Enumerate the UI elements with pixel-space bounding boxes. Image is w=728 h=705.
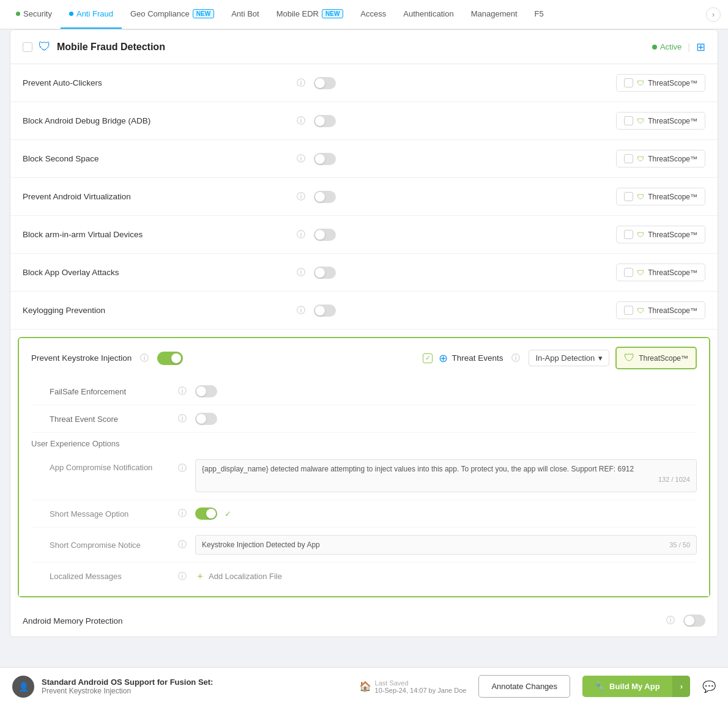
info-icon-app-compromise[interactable]: ⓘ	[178, 459, 187, 474]
keystroke-expanded-section: Prevent Keystroke Injection ⓘ ✓ ⊕ Threat…	[18, 337, 710, 597]
feature-name-android-virt: Prevent Android Virtualization	[23, 192, 291, 201]
threatscope-btn-second-space[interactable]: 🛡 ThreatScope™	[616, 150, 705, 168]
panel-header-right: Active | ⊞	[652, 40, 705, 54]
annotate-changes-button[interactable]: Annotate Changes	[478, 675, 570, 686]
detection-dropdown[interactable]: In-App Detection ▾	[529, 350, 609, 366]
threatscope-btn-arm-in-arm[interactable]: 🛡 ThreatScope™	[616, 226, 705, 243]
nav-tab-geocompliance[interactable]: Geo Compliance NEW	[122, 0, 223, 29]
toggle-app-overlay[interactable]	[314, 267, 336, 279]
info-icon-arm-in-arm[interactable]: ⓘ	[297, 229, 305, 240]
ts-checkbox-adb[interactable]	[624, 116, 633, 125]
ts-label-7: ThreatScope™	[648, 306, 697, 315]
nav-tab-security[interactable]: Security	[7, 0, 61, 29]
nav-tab-antifraud[interactable]: Anti Fraud	[61, 0, 122, 29]
nav-tab-access[interactable]: Access	[352, 0, 395, 29]
toggle-android-memory[interactable]	[683, 615, 705, 627]
info-icon-failsafe[interactable]: ⓘ	[178, 386, 187, 397]
feature-row-app-overlay: Block App Overlay Attacks ⓘ 🛡 ThreatScop…	[10, 254, 718, 292]
nav-tab-mobileedr-label: Mobile EDR	[277, 9, 319, 18]
ts-checkbox-arm-in-arm[interactable]	[624, 230, 633, 239]
threatscope-btn-android-virt[interactable]: 🛡 ThreatScope™	[616, 188, 705, 205]
short-compromise-input[interactable]: Keystroke Injection Detected by App 35 /…	[195, 535, 697, 555]
app-compromise-textbox[interactable]: {app_display_name} detected malware atte…	[195, 459, 697, 492]
chat-icon[interactable]: 💬	[702, 680, 716, 687]
add-localization-button[interactable]: ＋ Add Localization File	[195, 570, 282, 583]
toggle-second-space[interactable]	[314, 153, 336, 165]
info-icon-short-compromise[interactable]: ⓘ	[178, 539, 187, 550]
ts-label-6: ThreatScope™	[648, 268, 697, 277]
keystroke-header: Prevent Keystroke Injection ⓘ ✓ ⊕ Threat…	[19, 338, 709, 378]
keystroke-section-wrapper: Prevent Keystroke Injection ⓘ ✓ ⊕ Threat…	[10, 330, 718, 605]
nav-scroll-right[interactable]: ›	[706, 7, 721, 22]
build-btn-arrow[interactable]: ›	[672, 676, 690, 686]
panel-checkbox[interactable]	[23, 42, 32, 52]
nav-tab-mobileedr[interactable]: Mobile EDR NEW	[268, 0, 352, 29]
chevron-down-icon: ▾	[598, 353, 603, 363]
android-memory-label: Android Memory Protection	[23, 616, 660, 626]
active-badge: Active	[652, 42, 682, 51]
info-icon-adb[interactable]: ⓘ	[297, 116, 305, 127]
threatscope-btn-keystroke[interactable]: 🛡 ThreatScope™	[615, 347, 697, 369]
active-dot	[652, 45, 657, 50]
info-icon-localized[interactable]: ⓘ	[178, 571, 187, 582]
ts-label-5: ThreatScope™	[648, 231, 697, 239]
main-panel: 🛡 Mobile Fraud Detection Active | ⊞ Prev…	[10, 29, 718, 637]
toggle-keystroke[interactable]	[157, 352, 183, 365]
info-icon-threat-events[interactable]: ⓘ	[511, 353, 520, 364]
ts-checkbox-keylogging[interactable]	[624, 306, 633, 315]
info-icon-second-space[interactable]: ⓘ	[297, 153, 305, 164]
info-icon-android-virt[interactable]: ⓘ	[297, 191, 305, 202]
ts-checkbox-second-space[interactable]	[624, 154, 633, 163]
short-message-check: ✓	[225, 509, 231, 519]
bottom-title: Standard Android OS Support for Fusion S…	[42, 677, 213, 686]
toggle-android-virt[interactable]	[314, 191, 336, 203]
info-icon-auto-clickers[interactable]: ⓘ	[297, 78, 305, 89]
toggle-auto-clickers[interactable]	[314, 77, 336, 89]
build-btn-main[interactable]: 🔧 Build My App	[582, 676, 672, 686]
toggle-adb[interactable]	[314, 115, 336, 127]
ts-checkbox-app-overlay[interactable]	[624, 268, 633, 277]
avatar-icon: 👤	[18, 682, 29, 687]
last-saved-label: Last Saved	[375, 679, 467, 687]
ts-checkbox-auto-clickers[interactable]	[624, 78, 633, 87]
toggle-threat-score[interactable]	[195, 413, 217, 425]
add-config-button[interactable]: ⊞	[696, 40, 705, 54]
build-my-app-button[interactable]: 🔧 Build My App ›	[582, 676, 690, 686]
nav-tab-management[interactable]: Management	[462, 0, 526, 29]
info-icon-keystroke[interactable]: ⓘ	[140, 353, 149, 364]
info-icon-threat-score[interactable]: ⓘ	[178, 413, 187, 424]
feature-row-prevent-auto-clickers: Prevent Auto-Clickers ⓘ 🛡 ThreatScope™	[10, 64, 718, 102]
app-compromise-label: App Compromise Notification	[50, 459, 172, 472]
threatscope-btn-app-overlay[interactable]: 🛡 ThreatScope™	[616, 264, 705, 281]
info-icon-android-memory[interactable]: ⓘ	[666, 615, 675, 626]
nav-tab-authentication-label: Authentication	[403, 9, 453, 18]
bottom-bar-center: 🏠 Last Saved 10-Sep-24, 14:07 by Jane Do…	[359, 679, 467, 687]
info-icon-keylogging[interactable]: ⓘ	[297, 305, 305, 316]
threatscope-btn-keylogging[interactable]: 🛡 ThreatScope™	[616, 301, 705, 319]
nav-tab-management-label: Management	[471, 9, 518, 18]
toggle-arm-in-arm[interactable]	[314, 229, 336, 241]
info-icon-short-message[interactable]: ⓘ	[178, 508, 187, 519]
nav-tab-geocompliance-label: Geo Compliance	[130, 9, 190, 18]
panel-header-left: 🛡 Mobile Fraud Detection	[23, 40, 165, 54]
plus-icon: ＋	[195, 570, 205, 583]
toggle-keylogging[interactable]	[314, 305, 336, 317]
nav-tab-f5[interactable]: F5	[526, 0, 552, 29]
threat-events-checkbox[interactable]: ✓	[423, 353, 433, 363]
nav-tab-authentication[interactable]: Authentication	[395, 0, 462, 29]
save-icon: 🏠	[359, 681, 371, 686]
sub-row-short-compromise: Short Compromise Notice ⓘ Keystroke Inje…	[31, 528, 697, 563]
ts-shield-icon-6: 🛡	[637, 268, 644, 277]
info-icon-app-overlay[interactable]: ⓘ	[297, 267, 305, 278]
threatscope-btn-auto-clickers[interactable]: 🛡 ThreatScope™	[616, 74, 705, 92]
nav-tab-antibot[interactable]: Anti Bot	[223, 0, 268, 29]
threat-events-text: Threat Events	[451, 353, 503, 363]
nav-tab-f5-label: F5	[535, 9, 544, 18]
android-memory-row: Android Memory Protection ⓘ	[10, 605, 718, 637]
ts-shield-icon-7: 🛡	[637, 306, 644, 315]
threatscope-btn-adb[interactable]: 🛡 ThreatScope™	[616, 112, 705, 130]
active-label: Active	[660, 42, 682, 51]
toggle-short-message[interactable]	[195, 508, 217, 520]
toggle-failsafe[interactable]	[195, 385, 217, 397]
ts-checkbox-android-virt[interactable]	[624, 192, 633, 201]
